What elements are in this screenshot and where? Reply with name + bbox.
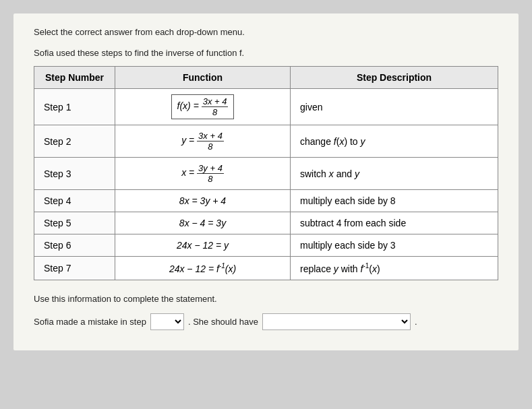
- period-text: .: [415, 317, 417, 327]
- step-label: Step 1: [34, 89, 115, 125]
- table-row: Step 2 y = 3x + 4 8 change f(x) to y: [34, 125, 498, 158]
- table-row: Step 7 24x − 12 = f-1(x) replace y with …: [34, 257, 498, 280]
- middle-text: . She should have: [188, 317, 258, 327]
- subheading-text: Sofia used these steps to find the inver…: [34, 48, 498, 58]
- step-label: Step 5: [34, 212, 115, 234]
- table-row: Step 4 8x = 3y + 4 multiply each side by…: [34, 190, 498, 212]
- bottom-instruction: Use this information to complete the sta…: [34, 294, 498, 304]
- step-label: Step 7: [34, 257, 115, 280]
- step-description: multiply each side by 8: [291, 190, 498, 212]
- step-function: x = 3y + 4 8: [115, 158, 291, 190]
- bottom-section: Use this information to complete the sta…: [34, 294, 498, 330]
- step-description: multiply each side by 3: [291, 234, 498, 257]
- col-header-step: Step Number: [34, 67, 115, 89]
- step-description: switch x and y: [291, 158, 498, 190]
- step-function: 24x − 12 = y: [115, 234, 291, 257]
- instruction-text: Select the correct answer from each drop…: [34, 27, 498, 37]
- page-container: Select the correct answer from each drop…: [13, 13, 519, 350]
- step-label: Step 3: [34, 158, 115, 190]
- step-function: 8x − 4 = 3y: [115, 212, 291, 234]
- step-description: change f(x) to y: [291, 125, 498, 158]
- she-should-dropdown[interactable]: divide each side by 8 multiply each side…: [262, 313, 411, 330]
- prefix-text: Sofia made a mistake in step: [34, 317, 146, 327]
- step-label: Step 6: [34, 234, 115, 257]
- table-row: Step 6 24x − 12 = y multiply each side b…: [34, 234, 498, 257]
- step-label: Step 2: [34, 125, 115, 158]
- step-description: subtract 4 from each side: [291, 212, 498, 234]
- step1-math-box: f(x) = 3x + 4 8: [171, 94, 235, 119]
- step-label: Step 4: [34, 190, 115, 212]
- step-function: f(x) = 3x + 4 8: [115, 89, 291, 125]
- step-function: 8x = 3y + 4: [115, 190, 291, 212]
- table-row: Step 5 8x − 4 = 3y subtract 4 from each …: [34, 212, 498, 234]
- step-number-dropdown[interactable]: 1 2 3 4 5 6 7: [150, 313, 184, 330]
- table-row: Step 3 x = 3y + 4 8 switch x and y: [34, 158, 498, 190]
- bottom-row: Sofia made a mistake in step 1 2 3 4 5 6…: [34, 313, 498, 330]
- step-description: given: [291, 89, 498, 125]
- step-description: replace y with f-1(x): [291, 257, 498, 280]
- col-header-function: Function: [115, 67, 291, 89]
- table-row: Step 1 f(x) = 3x + 4 8 given: [34, 89, 498, 125]
- step-function: 24x − 12 = f-1(x): [115, 257, 291, 280]
- steps-table: Step Number Function Step Description St…: [34, 66, 498, 280]
- col-header-description: Step Description: [291, 67, 498, 89]
- step-function: y = 3x + 4 8: [115, 125, 291, 158]
